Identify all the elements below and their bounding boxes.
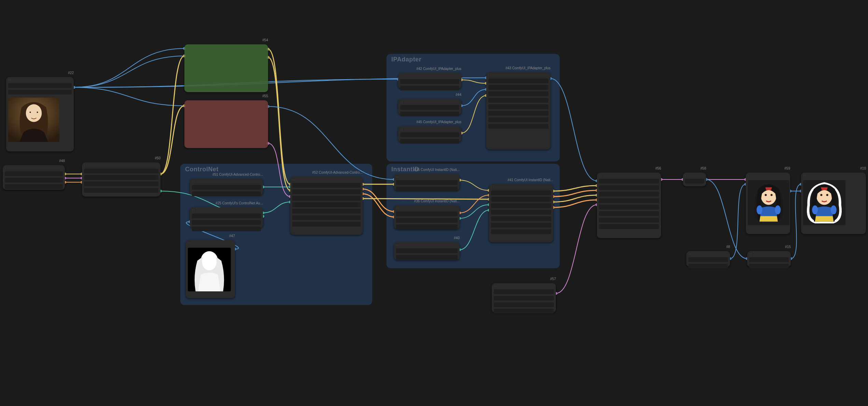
node-field[interactable] (192, 185, 261, 190)
node-n40[interactable]: #40:: (394, 242, 460, 260)
drag-handle-icon[interactable]: :: (685, 174, 688, 177)
node-field[interactable] (599, 198, 659, 203)
node-field[interactable] (488, 124, 548, 129)
node-field[interactable] (599, 192, 659, 197)
node-field[interactable] (491, 229, 551, 234)
node-field[interactable] (491, 210, 551, 215)
node-field[interactable] (400, 112, 459, 116)
node-field[interactable] (599, 224, 659, 229)
node-field[interactable] (688, 257, 728, 262)
node-n44[interactable]: #44:: (398, 99, 461, 115)
drag-handle-icon[interactable]: :: (689, 252, 691, 256)
node-field[interactable] (400, 79, 459, 84)
node-field[interactable] (491, 223, 551, 228)
node-field[interactable] (292, 215, 361, 220)
node-field[interactable] (8, 83, 72, 88)
node-n43[interactable]: #43 ComfyUI_IPAdapter_plus:: (486, 72, 550, 149)
node-n25[interactable]: #25 ComfyUI's ControlNet Au...:: (190, 207, 263, 228)
drag-handle-icon[interactable]: :: (599, 174, 602, 177)
drag-handle-icon[interactable]: :: (494, 285, 497, 288)
node-field[interactable] (599, 211, 659, 216)
node-field[interactable] (396, 224, 458, 229)
drag-handle-icon[interactable]: :: (293, 178, 295, 181)
node-n55[interactable]: #55:: (184, 100, 268, 148)
drag-handle-icon[interactable]: :: (192, 180, 195, 183)
node-field[interactable] (599, 179, 659, 184)
node-field[interactable] (396, 212, 458, 216)
node-field[interactable] (5, 178, 63, 183)
node-field[interactable] (396, 255, 458, 260)
node-field[interactable] (749, 264, 789, 269)
drag-handle-icon[interactable]: :: (491, 186, 494, 189)
drag-handle-icon[interactable]: :: (84, 164, 87, 167)
node-field[interactable] (494, 302, 554, 307)
node-field[interactable] (494, 289, 554, 294)
node-field[interactable] (192, 227, 261, 231)
node-n10[interactable]: #10:: (801, 173, 866, 234)
node-n56[interactable]: #56:: (597, 173, 661, 238)
node-field[interactable] (494, 296, 554, 301)
node-field[interactable] (84, 188, 158, 193)
node-field[interactable] (599, 218, 659, 222)
node-field[interactable] (192, 214, 261, 218)
node-n48[interactable]: #48:: (3, 165, 65, 190)
node-field[interactable] (292, 183, 361, 188)
node-field[interactable] (599, 205, 659, 209)
node-field[interactable] (491, 216, 551, 221)
drag-handle-icon[interactable]: :: (192, 209, 195, 212)
node-n22[interactable]: #22:: (6, 77, 74, 151)
node-n57[interactable]: #57:: (492, 283, 556, 313)
node-n52[interactable]: #52 ComfyUI-Advanced-Contro...:: (290, 177, 363, 235)
node-field[interactable] (685, 179, 704, 184)
node-graph-canvas[interactable]: IPAdapterControlNetInstantID#54::#55::#2… (0, 0, 868, 406)
node-field[interactable] (400, 86, 459, 90)
node-field[interactable] (400, 132, 459, 137)
node-field[interactable] (396, 180, 458, 185)
node-n54[interactable]: #54:: (184, 44, 268, 92)
node-field[interactable] (5, 184, 63, 189)
drag-handle-icon[interactable]: :: (396, 207, 399, 210)
node-field[interactable] (491, 197, 551, 202)
node-field[interactable] (491, 190, 551, 195)
node-n42[interactable]: #42 ComfyUI_IPAdapter_plus:: (398, 73, 461, 89)
node-n41[interactable]: #41 ComfyUI InstantID (Nati...:: (489, 184, 553, 242)
node-n15[interactable]: #15:: (747, 251, 791, 267)
node-n50[interactable]: #50:: (82, 162, 160, 197)
drag-handle-icon[interactable]: :: (748, 174, 751, 177)
node-field[interactable] (488, 85, 548, 90)
drag-handle-icon[interactable]: :: (396, 244, 399, 247)
node-field[interactable] (84, 169, 158, 173)
node-field[interactable] (192, 191, 261, 196)
drag-handle-icon[interactable]: :: (401, 100, 403, 103)
node-field[interactable] (488, 91, 548, 96)
node-field[interactable] (599, 185, 659, 190)
node-field[interactable] (400, 139, 459, 144)
drag-handle-icon[interactable]: :: (750, 252, 752, 256)
node-n58[interactable]: #58:: (683, 173, 706, 186)
node-field[interactable] (749, 257, 789, 262)
drag-handle-icon[interactable]: :: (187, 46, 190, 49)
drag-handle-icon[interactable]: :: (9, 78, 11, 82)
node-field[interactable] (84, 182, 158, 186)
node-field[interactable] (292, 202, 361, 207)
node-field[interactable] (488, 98, 548, 103)
drag-handle-icon[interactable]: :: (188, 242, 191, 245)
drag-handle-icon[interactable]: :: (5, 166, 8, 170)
node-n35[interactable]: #35 ComfyUI InstantID (Nati...:: (394, 174, 460, 190)
drag-handle-icon[interactable]: :: (401, 128, 403, 131)
node-n36[interactable]: #36 ComfyUI InstantID (Nati...:: (394, 205, 460, 229)
node-field[interactable] (396, 248, 458, 253)
node-field[interactable] (292, 196, 361, 201)
node-n45[interactable]: #45 ComfyUI_IPAdapter_plus:: (398, 126, 461, 142)
drag-handle-icon[interactable]: :: (401, 74, 403, 77)
node-field[interactable] (84, 175, 158, 180)
drag-handle-icon[interactable]: :: (803, 174, 806, 177)
node-n8[interactable]: #8:: (686, 251, 730, 267)
node-field[interactable] (8, 90, 72, 95)
node-n59[interactable]: #59:: (746, 173, 790, 234)
drag-handle-icon[interactable]: :: (187, 102, 190, 105)
node-field[interactable] (5, 171, 63, 176)
drag-handle-icon[interactable]: :: (489, 74, 491, 77)
node-field[interactable] (400, 105, 459, 110)
node-field[interactable] (488, 104, 548, 109)
